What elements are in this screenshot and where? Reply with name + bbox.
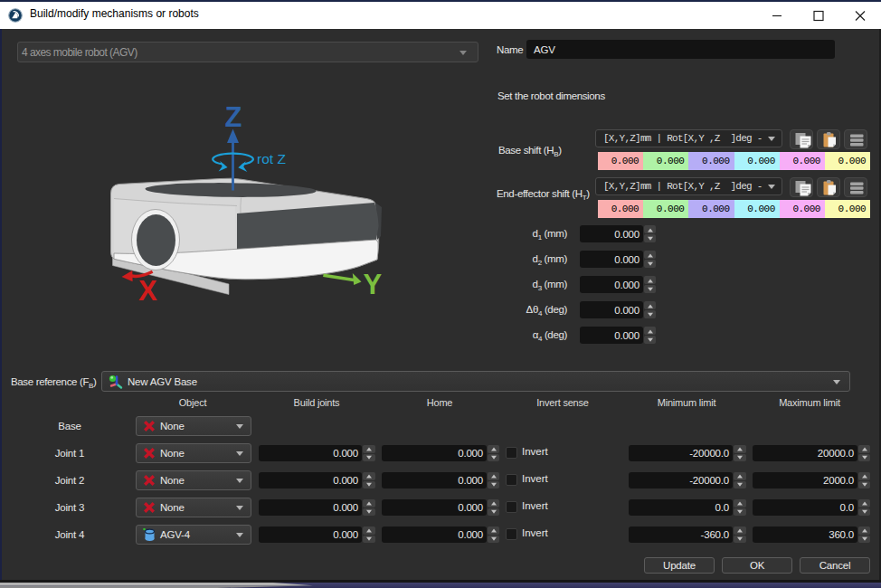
svg-text:Z: Z bbox=[225, 101, 242, 133]
svg-text:Y: Y bbox=[364, 269, 383, 300]
svg-text:X: X bbox=[138, 275, 157, 307]
svg-text:rot Z: rot Z bbox=[257, 151, 286, 166]
